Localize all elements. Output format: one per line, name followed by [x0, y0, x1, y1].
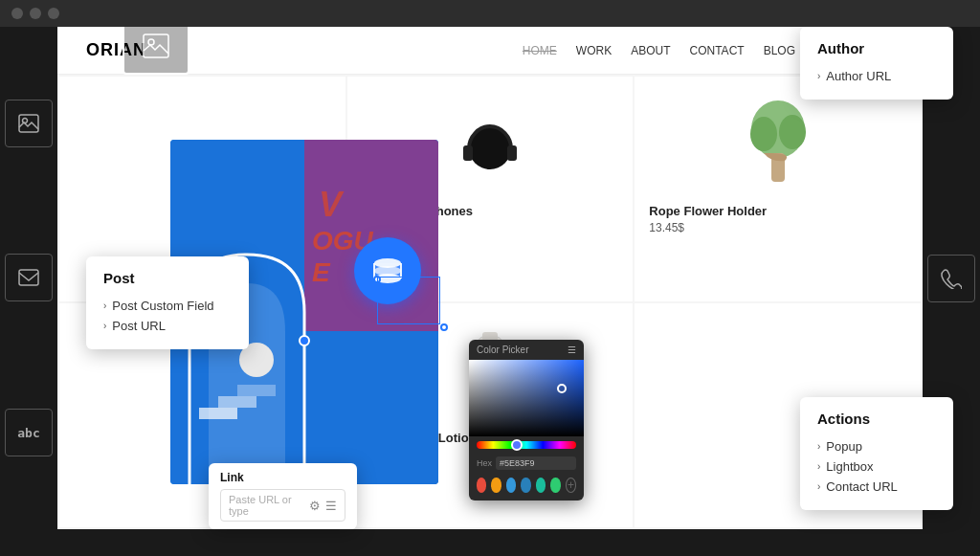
color-hex-row: Hex #5E83F9 — [469, 454, 584, 473]
tooltip-actions: Actions › Popup › Lightbox › Contact URL — [800, 397, 953, 510]
plant-name: Rope Flower Holder — [649, 204, 906, 218]
svg-point-9 — [750, 117, 777, 151]
tooltip-actions-item-2[interactable]: › Lightbox — [817, 456, 936, 477]
svg-point-28 — [300, 336, 309, 345]
color-swatches: + — [469, 473, 584, 500]
swatch-blue1[interactable] — [506, 478, 516, 493]
svg-text:E: E — [312, 257, 331, 287]
nav-contact[interactable]: CONTACT — [690, 44, 745, 57]
tooltip-actions-title: Actions — [817, 411, 936, 427]
selection-dot-1[interactable] — [373, 276, 381, 283]
swatch-teal[interactable] — [536, 478, 546, 493]
svg-rect-26 — [237, 385, 276, 396]
hue-thumb[interactable] — [511, 439, 523, 451]
nav-about[interactable]: ABOUT — [631, 44, 670, 57]
link-settings-icon[interactable]: ⚙ — [309, 499, 321, 513]
color-gradient-dot[interactable] — [557, 384, 567, 393]
plant-price: 13.45$ — [649, 221, 906, 234]
svg-rect-24 — [199, 408, 237, 419]
nav-work[interactable]: WORK — [576, 44, 612, 57]
phone-widget-icon[interactable] — [927, 255, 975, 302]
color-picker-menu-icon[interactable]: ☰ — [568, 345, 576, 355]
link-menu-icon[interactable]: ☰ — [325, 499, 337, 513]
traffic-light-1[interactable] — [11, 8, 23, 19]
arrow-icon-1: › — [103, 300, 106, 311]
tooltip-post-item-2[interactable]: › Post URL — [103, 316, 232, 336]
traffic-light-3[interactable] — [48, 8, 59, 19]
tooltip-author-item-1[interactable]: › Author URL — [817, 66, 936, 86]
image-widget-icon[interactable] — [5, 100, 53, 147]
link-input-widget: Link Paste URL or type ⚙ ☰ — [209, 463, 357, 529]
svg-point-10 — [779, 115, 806, 149]
plant-image — [745, 96, 812, 191]
link-input-row: Paste URL or type ⚙ ☰ — [220, 489, 345, 522]
nav-home[interactable]: HOME — [523, 44, 557, 57]
color-picker-widget: Color Picker ☰ Hex #5E83F9 + — [469, 340, 584, 500]
svg-point-36 — [148, 39, 154, 45]
hex-value[interactable]: #5E83F9 — [496, 456, 576, 470]
add-swatch-button[interactable]: + — [566, 478, 576, 493]
nav-blog[interactable]: BLOG — [764, 44, 795, 57]
swatch-blue2[interactable] — [521, 478, 530, 493]
swatch-yellow[interactable] — [491, 478, 501, 493]
swatch-red[interactable] — [477, 478, 486, 493]
swatch-green[interactable] — [550, 478, 560, 493]
left-panel: abc — [0, 27, 57, 529]
link-label: Link — [220, 471, 345, 484]
mail-widget-icon[interactable] — [5, 254, 53, 301]
tooltip-actions-item-1[interactable]: › Popup — [817, 436, 936, 456]
svg-text:V: V — [319, 185, 345, 224]
hex-label: Hex — [477, 458, 492, 468]
arrow-icon-6: › — [817, 481, 820, 492]
tooltip-post-title: Post — [103, 270, 232, 286]
headphones-image — [452, 105, 528, 182]
tooltip-actions-item-3[interactable]: › Contact URL — [817, 477, 936, 497]
svg-rect-6 — [463, 145, 473, 161]
title-bar — [0, 0, 980, 27]
color-hue-slider[interactable] — [477, 441, 576, 449]
traffic-light-2[interactable] — [30, 8, 41, 19]
text-widget-icon[interactable]: abc — [5, 409, 53, 456]
svg-rect-35 — [144, 34, 168, 57]
arrow-icon-5: › — [817, 461, 820, 472]
selection-dot-2[interactable] — [440, 323, 448, 331]
svg-point-34 — [374, 266, 401, 276]
svg-rect-7 — [507, 145, 517, 161]
tooltip-author-title: Author — [817, 40, 936, 56]
tooltip-post-item-1[interactable]: › Post Custom Field — [103, 296, 232, 316]
product-card-plant[interactable]: Rope Flower Holder 13.45$ — [635, 77, 921, 301]
svg-rect-25 — [218, 396, 256, 408]
link-input-icons: ⚙ ☰ — [309, 499, 337, 513]
color-picker-title: Color Picker — [477, 345, 528, 355]
link-placeholder[interactable]: Paste URL or type — [229, 494, 303, 517]
arrow-icon-3: › — [817, 71, 820, 81]
svg-rect-2 — [19, 270, 38, 285]
database-icon[interactable] — [354, 237, 421, 304]
tooltip-post: Post › Post Custom Field › Post URL — [86, 256, 249, 349]
color-gradient[interactable] — [469, 360, 584, 436]
arrow-icon-4: › — [817, 441, 820, 452]
tooltip-author: Author › Author URL — [800, 27, 953, 100]
arrow-icon-2: › — [103, 321, 106, 331]
color-picker-header: Color Picker ☰ — [469, 340, 584, 360]
